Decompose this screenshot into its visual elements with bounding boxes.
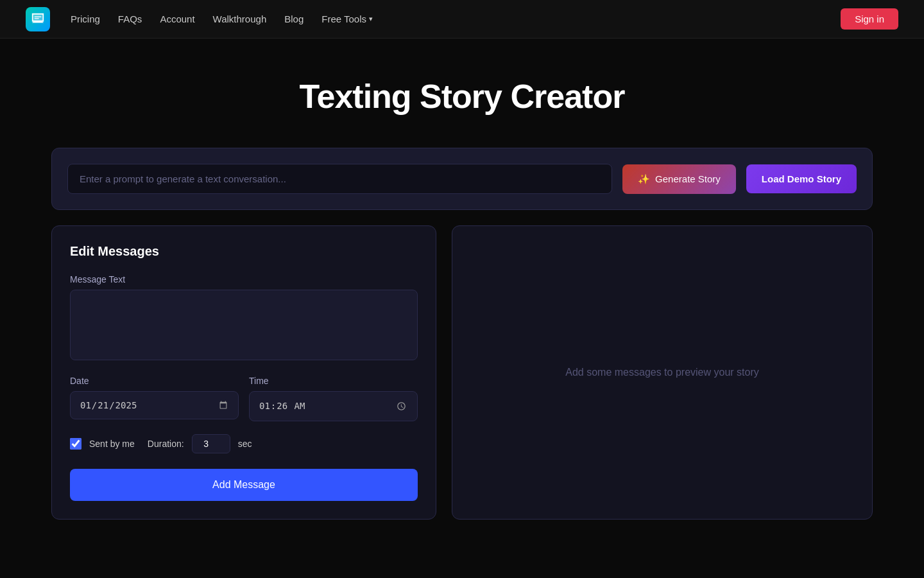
- message-text-label: Message Text: [70, 274, 418, 285]
- date-input[interactable]: [70, 391, 239, 419]
- logo[interactable]: [26, 7, 50, 31]
- navigation: Pricing FAQs Account Walkthrough Blog Fr…: [0, 0, 924, 39]
- generate-icon: ✨: [638, 173, 650, 185]
- message-text-group: Message Text: [70, 274, 418, 363]
- message-text-input[interactable]: [70, 290, 418, 360]
- nav-account[interactable]: Account: [160, 13, 194, 24]
- nav-walkthrough[interactable]: Walkthrough: [213, 13, 267, 24]
- prompt-input[interactable]: [67, 164, 612, 194]
- svg-rect-0: [35, 16, 42, 17]
- main-content: Texting Story Creator ✨ Generate Story L…: [0, 39, 924, 545]
- lower-section: Edit Messages Message Text Date Time Sen…: [51, 225, 873, 520]
- preview-placeholder-text: Add some messages to preview your story: [565, 367, 758, 378]
- sec-label: sec: [238, 439, 252, 449]
- duration-input[interactable]: [192, 434, 230, 453]
- sent-by-me-label[interactable]: Sent by me: [89, 439, 135, 449]
- edit-messages-panel: Edit Messages Message Text Date Time Sen…: [51, 225, 436, 520]
- prompt-section: ✨ Generate Story Load Demo Story: [51, 148, 873, 210]
- time-group: Time: [249, 376, 418, 421]
- sign-in-button[interactable]: Sign in: [841, 8, 898, 30]
- nav-blog[interactable]: Blog: [284, 13, 304, 24]
- edit-messages-title: Edit Messages: [70, 244, 418, 259]
- sent-by-me-row: Sent by me Duration: sec: [70, 434, 418, 453]
- date-time-row: Date Time: [70, 376, 418, 421]
- time-input[interactable]: [249, 391, 418, 421]
- nav-faqs[interactable]: FAQs: [118, 13, 142, 24]
- page-title: Texting Story Creator: [51, 77, 873, 116]
- load-demo-story-button[interactable]: Load Demo Story: [746, 164, 857, 193]
- date-label: Date: [70, 376, 239, 386]
- preview-panel: Add some messages to preview your story: [452, 225, 873, 520]
- add-message-button[interactable]: Add Message: [70, 469, 418, 501]
- duration-label: Duration:: [148, 439, 184, 449]
- chevron-down-icon: ▾: [369, 15, 373, 23]
- sent-by-me-checkbox[interactable]: [70, 438, 81, 450]
- svg-rect-1: [35, 18, 39, 19]
- nav-links: Pricing FAQs Account Walkthrough Blog Fr…: [71, 13, 841, 24]
- generate-story-button[interactable]: ✨ Generate Story: [622, 164, 736, 194]
- time-label: Time: [249, 376, 418, 386]
- date-group: Date: [70, 376, 239, 421]
- nav-free-tools[interactable]: Free Tools ▾: [321, 13, 373, 24]
- nav-pricing[interactable]: Pricing: [71, 13, 100, 24]
